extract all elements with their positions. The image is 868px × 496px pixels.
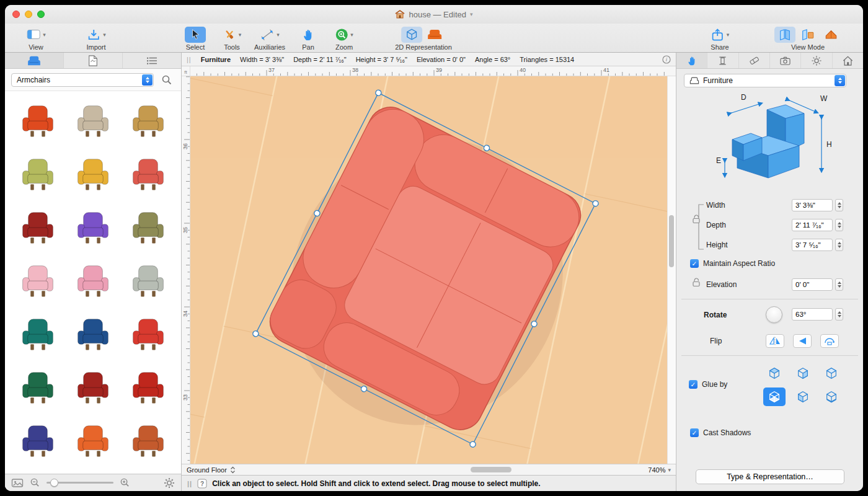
- depth-value: 2' 11 ⁷⁄₁₆": [795, 221, 824, 229]
- library-tab-materials[interactable]: [64, 53, 123, 68]
- info-icon[interactable]: i: [662, 55, 671, 64]
- library-item-pink-metal[interactable]: [10, 255, 65, 308]
- maintain-aspect-checkbox[interactable]: ✓: [690, 259, 699, 268]
- drag-grip-icon[interactable]: ||: [187, 480, 192, 487]
- library-item-navy-tub[interactable]: [65, 308, 120, 361]
- rotate-knob[interactable]: [766, 306, 782, 323]
- info-width: Width = 3' 3⅜": [240, 56, 284, 63]
- toolbar-import-button[interactable]: ▾ Import: [86, 26, 106, 51]
- zoom-level-select[interactable]: 740% ▾: [648, 466, 671, 474]
- glue-face-back-button[interactable]: [820, 364, 843, 383]
- zoom-in-icon[interactable]: [120, 477, 130, 488]
- toolbar-tools-button[interactable]: ▾ Tools: [223, 26, 242, 51]
- glue-face-top-button[interactable]: [763, 364, 786, 383]
- height-stepper[interactable]: [835, 239, 843, 251]
- library-item-red-arm[interactable]: [121, 361, 176, 415]
- depth-lock-icon[interactable]: [691, 214, 701, 224]
- representation-sofa-button[interactable]: [424, 27, 445, 43]
- library-item-orange-swivel[interactable]: [65, 415, 120, 468]
- fullscreen-window-button[interactable]: [37, 11, 45, 18]
- info-object-type: Furniture: [201, 56, 231, 63]
- toolbar-view-button[interactable]: ▾ View: [26, 26, 46, 51]
- cube-left-icon: [796, 390, 810, 404]
- view-mode-3d-button[interactable]: [820, 27, 841, 43]
- floor-plan-canvas[interactable]: [190, 76, 667, 464]
- inspector-tab-eraser[interactable]: [739, 53, 770, 68]
- toolbar-pan-button[interactable]: Pan: [301, 26, 315, 51]
- gear-icon[interactable]: [164, 477, 175, 489]
- library-item-indigo-swivel[interactable]: [10, 415, 65, 468]
- library-item-pink-wing[interactable]: [65, 255, 120, 308]
- slider-knob[interactable]: [50, 479, 58, 487]
- category-select[interactable]: Armchairs: [11, 73, 154, 87]
- inspector-tab-light[interactable]: [801, 53, 832, 68]
- inspector-category-select[interactable]: Furniture: [684, 74, 846, 87]
- library-item-maroon[interactable]: [65, 361, 120, 415]
- depth-stepper[interactable]: [835, 219, 843, 231]
- cast-shadows-checkbox[interactable]: ✓: [690, 428, 699, 437]
- flip-left-button[interactable]: [793, 334, 812, 348]
- library-tab-furniture[interactable]: [5, 53, 64, 68]
- horizontal-scroll-thumb[interactable]: [471, 467, 512, 472]
- library-item-purple[interactable]: [65, 202, 120, 255]
- library-item-darkred-cube[interactable]: [10, 202, 65, 255]
- height-field[interactable]: 3' 7 ⁵⁄₁₆": [792, 239, 833, 251]
- library-tab-list[interactable]: [123, 53, 181, 68]
- inspector-tab-object[interactable]: [676, 53, 707, 68]
- glue-face-left-button[interactable]: [792, 388, 814, 406]
- floor-selector-stepper-icon[interactable]: [230, 466, 236, 474]
- representation-wireframe-button[interactable]: [401, 27, 422, 43]
- info-angle: Angle = 63°: [475, 56, 510, 63]
- toolbar-auxiliaries-label: Auxiliaries: [254, 43, 285, 51]
- zoom-out-icon[interactable]: [30, 477, 40, 488]
- library-item-green-midcentury[interactable]: [10, 148, 65, 202]
- library-item-green-pod[interactable]: [10, 361, 65, 415]
- width-stepper[interactable]: [835, 199, 843, 211]
- window-title[interactable]: house — Edited ▾: [395, 10, 472, 19]
- library-item-teal-club[interactable]: [10, 308, 65, 361]
- rotate-field[interactable]: 63°: [792, 308, 833, 321]
- library-item-gold-modern[interactable]: [65, 148, 120, 202]
- library-item-beige-plush[interactable]: [65, 95, 120, 148]
- drag-grip-icon[interactable]: ||: [187, 56, 192, 63]
- thumbnail-size-slider[interactable]: [46, 482, 113, 484]
- toolbar-zoom-button[interactable]: ▾ Zoom: [335, 26, 353, 51]
- glue-face-floor-button[interactable]: [763, 388, 786, 406]
- elevation-label: Elevation: [706, 280, 737, 289]
- vertical-scroll-thumb[interactable]: [669, 215, 674, 267]
- library-item-wicker[interactable]: [121, 95, 176, 148]
- floor-selector[interactable]: Ground Floor: [187, 466, 227, 474]
- canvas-vertical-scrollbar[interactable]: [667, 76, 675, 464]
- inspector-tab-building[interactable]: [833, 53, 863, 68]
- toolbar-auxiliaries-button[interactable]: ▾ Auxiliaries: [254, 26, 285, 51]
- library-item-olive-wood[interactable]: [121, 202, 176, 255]
- roof-3d-icon: [824, 28, 838, 42]
- flip-horizontal-button[interactable]: [766, 334, 784, 348]
- glue-face-bottom-button[interactable]: [820, 388, 843, 406]
- elevation-field[interactable]: 0' 0": [792, 278, 833, 291]
- elevation-lock-icon[interactable]: [691, 277, 701, 287]
- depth-field[interactable]: 2' 11 ⁷⁄₁₆": [792, 219, 833, 231]
- library-item-gray-tufted[interactable]: [121, 255, 176, 308]
- toolbar-share-button[interactable]: ▾ Share: [711, 26, 730, 51]
- library-item-coral-striped[interactable]: [121, 148, 176, 202]
- elevation-stepper[interactable]: [835, 278, 843, 291]
- view-mode-2d-button[interactable]: [774, 27, 795, 43]
- preview-image-icon[interactable]: [11, 477, 24, 489]
- library-item-orange-sculpt[interactable]: [10, 95, 65, 148]
- width-field[interactable]: 3' 3⅜": [792, 199, 833, 211]
- flip-3d-button[interactable]: [820, 334, 839, 348]
- library-item-red-modern[interactable]: [121, 308, 176, 361]
- inspector-tab-camera[interactable]: [770, 53, 801, 68]
- glue-by-checkbox[interactable]: ✓: [689, 380, 698, 389]
- rotate-stepper[interactable]: [835, 308, 843, 321]
- inspector-tab-structure[interactable]: [707, 53, 738, 68]
- library-search-button[interactable]: [159, 73, 175, 87]
- library-item-rust[interactable]: [121, 415, 176, 468]
- close-window-button[interactable]: [12, 11, 20, 18]
- minimize-window-button[interactable]: [25, 11, 32, 18]
- toolbar-select-button[interactable]: Select: [185, 26, 206, 51]
- view-mode-split-button[interactable]: [797, 27, 818, 43]
- glue-face-right-button[interactable]: [792, 364, 814, 383]
- type-representation-button[interactable]: Type & Representation…: [696, 469, 844, 484]
